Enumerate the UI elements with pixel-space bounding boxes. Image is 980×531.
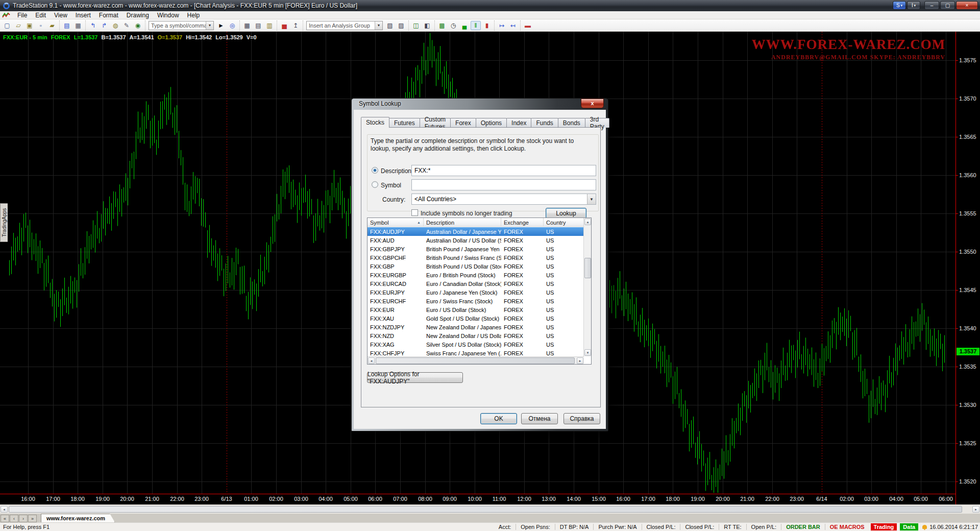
save-workspace-icon[interactable]: ▣ [24,21,35,30]
ok-button[interactable]: OK [480,413,517,424]
bar-spacing-out-icon[interactable]: ↤ [508,21,518,30]
table-row[interactable]: FXX:EURCADEuro / Canadian Dollar (Stock)… [368,279,584,288]
menu-file[interactable]: File [13,11,31,19]
candlestick-style-icon[interactable]: ▮ [482,21,492,30]
next-workspace-icon[interactable]: › [19,515,28,522]
minimize-button[interactable]: – [924,1,939,10]
table-row[interactable]: FXX:AUDAustralian Dollar / US Dollar (St… [368,236,584,245]
data-status-chip[interactable]: Data [900,523,918,530]
table-row[interactable]: FXX:EURCHFEuro / Swiss Franc (Stock)FORE… [368,297,584,305]
chart-scroll-thumb[interactable] [9,506,962,513]
include-symbols-checkbox[interactable] [411,209,418,216]
dialog-close-icon[interactable]: x [581,99,604,108]
horizontal-scroll-thumb[interactable] [376,357,575,364]
menu-window[interactable]: Window [153,11,183,19]
export-data-icon[interactable]: ↱ [99,21,109,30]
first-workspace-icon[interactable]: « [1,515,9,522]
trading-status-chip[interactable]: Trading [871,523,897,530]
chart-horizontal-scrollbar[interactable]: ◄ ► [0,504,980,514]
tab-stocks[interactable]: Stocks [361,117,389,128]
column-header-exchange[interactable]: Exchange [501,218,544,227]
edit-window-icon[interactable]: ▨ [396,21,406,30]
tab-bonds[interactable]: Bonds [558,118,585,128]
scroll-left-icon[interactable]: ◄ [368,357,375,364]
order-bar-icon[interactable]: ▬ [523,21,533,30]
country-dropdown[interactable]: <All Countries> ▼ [411,194,596,205]
web-browser-icon[interactable]: ◉ [133,21,143,30]
chevron-down-icon[interactable]: ▼ [587,194,596,204]
new-chart-icon[interactable]: ◧ [422,21,432,30]
symbol-input[interactable] [411,179,596,190]
menu-insert[interactable]: Insert [71,11,95,19]
print-icon[interactable]: ▦ [73,21,83,30]
matrix-window-icon[interactable]: ▦ [242,21,252,30]
tab-futures[interactable]: Futures [389,118,420,128]
results-list[interactable]: Symbol▲DescriptionExchangeCountry FXX:AU… [367,218,592,365]
tab-index[interactable]: Index [506,118,531,128]
description-radio[interactable] [372,167,378,174]
table-row[interactable]: FXX:XAUGold Spot / US Dollar (Stock)FORE… [368,314,584,323]
vertical-scroll-thumb[interactable] [584,258,591,278]
scroll-right-icon[interactable]: ► [577,357,583,364]
toolbar-analysis-group-input[interactable]: Insert an Analysis Group▼ [306,21,383,30]
import-data-icon[interactable]: ↰ [88,21,98,30]
prev-workspace-icon[interactable]: ‹ [10,515,18,522]
scroll-down-icon[interactable]: ▼ [584,349,591,356]
last-workspace-icon[interactable]: » [28,515,37,522]
workspace-tab[interactable]: www.forex-warez.com [41,514,115,522]
table-row[interactable]: FXX:XAGSilver Spot / US Dollar (Stock)FO… [368,340,584,349]
alert-bell-icon[interactable] [922,525,927,529]
table-row[interactable]: FXX:GBPJPYBritish Pound / Japanese Yen (… [368,245,584,253]
time-axis[interactable]: 16:0017:0018:0019:0020:0021:0022:0023:00… [0,494,955,504]
interval-clock-icon[interactable]: ◷ [448,21,458,30]
symbol-lookup-icon[interactable]: ◎ [227,21,237,30]
table-row[interactable]: FXX:NZDJPYNew Zealand Dollar / Japanes..… [368,323,584,331]
open-workspace-icon[interactable]: ▱ [13,21,23,30]
scroll-left-icon[interactable]: ◄ [1,506,8,513]
cancel-button[interactable]: Отмена [521,413,558,424]
table-row[interactable]: FXX:EUREuro / US Dollar (Stock)FOREXUS [368,305,584,314]
close-button[interactable]: × [956,1,978,10]
chart-analysis-icon[interactable]: ◫ [411,21,421,30]
vertical-scrollbar[interactable]: ▲ ▼ [583,218,591,356]
indicator-i-button[interactable]: I ▾ [907,1,920,10]
table-row[interactable]: FXX:GBPCHFBritish Pound / Swiss Franc (S… [368,253,584,262]
save-desktop-icon[interactable]: ▤ [62,21,72,30]
new-workspace-icon[interactable]: ▢ [2,21,12,30]
data-window-icon[interactable]: ↥ [290,21,301,30]
column-header-description[interactable]: Description [424,218,501,227]
help-button[interactable]: Справка [564,413,600,424]
toolbar-symbol-command-input[interactable]: Type a symbol/command▼ [149,21,214,30]
table-row[interactable]: FXX:NZDNew Zealand Dollar / US Dolla...F… [368,331,584,340]
run-command-icon[interactable]: ► [216,21,226,30]
menu-help[interactable]: Help [183,11,204,19]
chevron-down-icon[interactable]: ▼ [375,21,382,30]
bar-style-icon[interactable]: ‖ [471,21,481,30]
tab-custom-futures[interactable]: Custom Futures [420,118,451,128]
volume-graph-icon[interactable]: ▄ [459,21,470,30]
tab-funds[interactable]: Funds [531,118,558,128]
bar-spacing-in-icon[interactable]: ↦ [497,21,507,30]
description-input[interactable]: FXX:* [411,165,596,176]
price-axis[interactable]: 1.35751.35701.35651.35601.35551.35501.35… [956,32,980,504]
maximize-button[interactable]: ▢ [940,1,955,10]
table-row[interactable]: FXX:GBPBritish Pound / US Dollar (Stock)… [368,262,584,271]
lookup-button[interactable]: Lookup [546,208,586,219]
menu-view[interactable]: View [50,11,71,19]
horizontal-scrollbar[interactable]: ◄ ► [368,356,584,364]
scanner-grid-icon[interactable]: ▩ [437,21,447,30]
hot-list-icon[interactable]: ▅ [279,21,289,30]
tab-forex[interactable]: Forex [450,118,476,128]
menu-format[interactable]: Format [95,11,122,19]
tab-options[interactable]: Options [476,118,507,128]
menu-drawing[interactable]: Drawing [122,11,153,19]
format-painter-icon[interactable]: ✎ [121,21,132,30]
menu-edit[interactable]: Edit [31,11,50,19]
column-header-country[interactable]: Country [544,218,584,227]
lookup-options-button[interactable]: Lookup Options for "FXX:AUDJPY" [367,372,463,383]
lock-workspace-icon[interactable]: ◍ [110,21,120,30]
table-row[interactable]: FXX:EURJPYEuro / Japanese Yen (Stock)FOR… [368,288,584,297]
strategy-s-button[interactable]: S ▾ [893,1,906,10]
scroll-up-icon[interactable]: ▲ [584,219,591,225]
tab-3rd-party[interactable]: 3rd Party [585,118,609,128]
